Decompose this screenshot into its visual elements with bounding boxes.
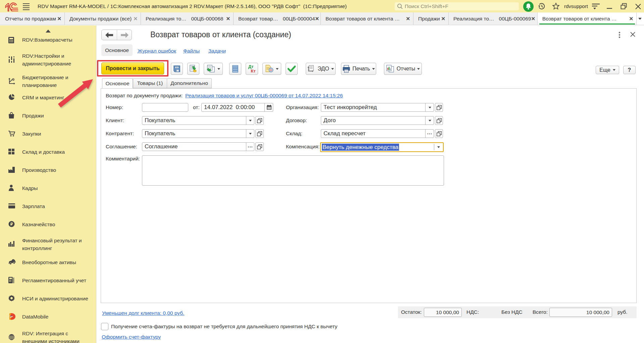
svg-text:₽: ₽ bbox=[12, 79, 14, 81]
svg-text:₽: ₽ bbox=[10, 222, 13, 227]
